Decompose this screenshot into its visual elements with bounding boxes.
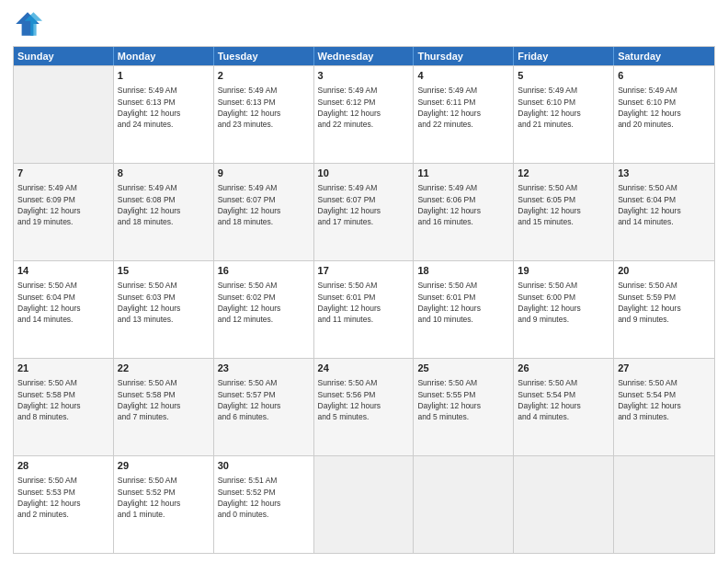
day-cell-10: 10Sunrise: 5:49 AM Sunset: 6:07 PM Dayli… xyxy=(314,164,415,260)
logo-icon xyxy=(13,9,42,39)
cell-info: Sunrise: 5:49 AM Sunset: 6:10 PM Dayligh… xyxy=(618,85,711,130)
cell-info: Sunrise: 5:50 AM Sunset: 6:03 PM Dayligh… xyxy=(118,280,210,325)
cell-info: Sunrise: 5:50 AM Sunset: 5:54 PM Dayligh… xyxy=(518,377,609,422)
cell-date-number: 1 xyxy=(118,69,210,83)
cell-date-number: 4 xyxy=(417,69,509,83)
cell-date-number: 30 xyxy=(218,459,310,473)
cell-info: Sunrise: 5:50 AM Sunset: 5:59 PM Dayligh… xyxy=(618,280,711,325)
day-cell-30: 30Sunrise: 5:51 AM Sunset: 5:52 PM Dayli… xyxy=(214,456,314,553)
cell-info: Sunrise: 5:50 AM Sunset: 6:01 PM Dayligh… xyxy=(417,280,509,325)
week-row-3: 14Sunrise: 5:50 AM Sunset: 6:04 PM Dayli… xyxy=(14,260,714,358)
cell-date-number: 14 xyxy=(17,264,109,278)
cell-date-number: 6 xyxy=(618,69,711,83)
cell-date-number: 10 xyxy=(318,167,410,180)
cell-info: Sunrise: 5:50 AM Sunset: 5:52 PM Dayligh… xyxy=(118,475,210,520)
cell-date-number: 18 xyxy=(417,264,509,278)
cell-info: Sunrise: 5:50 AM Sunset: 6:01 PM Dayligh… xyxy=(318,280,410,325)
cell-date-number: 12 xyxy=(518,167,609,180)
day-cell-empty xyxy=(414,456,514,553)
cell-date-number: 9 xyxy=(218,167,310,180)
cell-date-number: 26 xyxy=(518,362,609,375)
day-cell-3: 3Sunrise: 5:49 AM Sunset: 6:12 PM Daylig… xyxy=(314,66,415,163)
cell-info: Sunrise: 5:49 AM Sunset: 6:12 PM Dayligh… xyxy=(318,85,410,130)
cell-info: Sunrise: 5:49 AM Sunset: 6:08 PM Dayligh… xyxy=(118,182,210,227)
cell-info: Sunrise: 5:50 AM Sunset: 5:56 PM Dayligh… xyxy=(318,377,410,422)
cell-info: Sunrise: 5:51 AM Sunset: 5:52 PM Dayligh… xyxy=(218,475,310,520)
day-cell-empty xyxy=(514,456,614,553)
cell-info: Sunrise: 5:50 AM Sunset: 6:02 PM Dayligh… xyxy=(218,280,310,325)
cell-info: Sunrise: 5:50 AM Sunset: 5:57 PM Dayligh… xyxy=(218,377,310,422)
cell-date-number: 25 xyxy=(417,362,509,375)
calendar: SundayMondayTuesdayWednesdayThursdayFrid… xyxy=(13,46,715,554)
day-cell-empty xyxy=(314,456,415,553)
day-cell-27: 27Sunrise: 5:50 AM Sunset: 5:54 PM Dayli… xyxy=(614,359,714,455)
day-cell-18: 18Sunrise: 5:50 AM Sunset: 6:01 PM Dayli… xyxy=(414,261,514,358)
day-cell-7: 7Sunrise: 5:49 AM Sunset: 6:09 PM Daylig… xyxy=(14,164,114,260)
cell-date-number: 20 xyxy=(618,264,711,278)
header xyxy=(13,9,715,39)
cell-date-number: 15 xyxy=(118,264,210,278)
day-cell-26: 26Sunrise: 5:50 AM Sunset: 5:54 PM Dayli… xyxy=(514,359,614,455)
cell-info: Sunrise: 5:50 AM Sunset: 5:53 PM Dayligh… xyxy=(17,475,109,520)
header-day-sunday: Sunday xyxy=(14,47,114,65)
cell-date-number: 11 xyxy=(417,167,509,180)
day-cell-19: 19Sunrise: 5:50 AM Sunset: 6:00 PM Dayli… xyxy=(514,261,614,358)
cell-date-number: 23 xyxy=(218,362,310,375)
day-cell-14: 14Sunrise: 5:50 AM Sunset: 6:04 PM Dayli… xyxy=(14,261,114,358)
day-cell-23: 23Sunrise: 5:50 AM Sunset: 5:57 PM Dayli… xyxy=(214,359,314,455)
cell-info: Sunrise: 5:49 AM Sunset: 6:11 PM Dayligh… xyxy=(417,85,509,130)
day-cell-22: 22Sunrise: 5:50 AM Sunset: 5:58 PM Dayli… xyxy=(114,359,214,455)
day-cell-16: 16Sunrise: 5:50 AM Sunset: 6:02 PM Dayli… xyxy=(214,261,314,358)
day-cell-empty xyxy=(14,66,114,163)
day-cell-9: 9Sunrise: 5:49 AM Sunset: 6:07 PM Daylig… xyxy=(214,164,314,260)
cell-date-number: 16 xyxy=(218,264,310,278)
day-cell-20: 20Sunrise: 5:50 AM Sunset: 5:59 PM Dayli… xyxy=(614,261,714,358)
cell-date-number: 29 xyxy=(118,459,210,473)
calendar-header: SundayMondayTuesdayWednesdayThursdayFrid… xyxy=(14,47,714,65)
page: SundayMondayTuesdayWednesdayThursdayFrid… xyxy=(0,0,728,563)
cell-date-number: 13 xyxy=(618,167,711,180)
cell-info: Sunrise: 5:49 AM Sunset: 6:07 PM Dayligh… xyxy=(218,182,310,227)
cell-info: Sunrise: 5:50 AM Sunset: 5:54 PM Dayligh… xyxy=(618,377,711,422)
header-day-monday: Monday xyxy=(114,47,214,65)
cell-info: Sunrise: 5:50 AM Sunset: 5:58 PM Dayligh… xyxy=(118,377,210,422)
day-cell-2: 2Sunrise: 5:49 AM Sunset: 6:13 PM Daylig… xyxy=(214,66,314,163)
cell-date-number: 21 xyxy=(17,362,109,375)
day-cell-8: 8Sunrise: 5:49 AM Sunset: 6:08 PM Daylig… xyxy=(114,164,214,260)
cell-date-number: 8 xyxy=(118,167,210,180)
day-cell-15: 15Sunrise: 5:50 AM Sunset: 6:03 PM Dayli… xyxy=(114,261,214,358)
cell-date-number: 24 xyxy=(318,362,410,375)
day-cell-17: 17Sunrise: 5:50 AM Sunset: 6:01 PM Dayli… xyxy=(314,261,415,358)
header-day-tuesday: Tuesday xyxy=(214,47,314,65)
day-cell-25: 25Sunrise: 5:50 AM Sunset: 5:55 PM Dayli… xyxy=(414,359,514,455)
week-row-2: 7Sunrise: 5:49 AM Sunset: 6:09 PM Daylig… xyxy=(14,163,714,260)
cell-info: Sunrise: 5:49 AM Sunset: 6:10 PM Dayligh… xyxy=(518,85,609,130)
cell-date-number: 19 xyxy=(518,264,609,278)
day-cell-1: 1Sunrise: 5:49 AM Sunset: 6:13 PM Daylig… xyxy=(114,66,214,163)
day-cell-29: 29Sunrise: 5:50 AM Sunset: 5:52 PM Dayli… xyxy=(114,456,214,553)
cell-date-number: 27 xyxy=(618,362,711,375)
cell-info: Sunrise: 5:50 AM Sunset: 6:04 PM Dayligh… xyxy=(618,182,711,227)
cell-date-number: 5 xyxy=(518,69,609,83)
logo xyxy=(13,9,46,39)
cell-info: Sunrise: 5:50 AM Sunset: 6:00 PM Dayligh… xyxy=(518,280,609,325)
day-cell-13: 13Sunrise: 5:50 AM Sunset: 6:04 PM Dayli… xyxy=(614,164,714,260)
day-cell-4: 4Sunrise: 5:49 AM Sunset: 6:11 PM Daylig… xyxy=(414,66,514,163)
cell-info: Sunrise: 5:49 AM Sunset: 6:09 PM Dayligh… xyxy=(17,182,109,227)
day-cell-6: 6Sunrise: 5:49 AM Sunset: 6:10 PM Daylig… xyxy=(614,66,714,163)
cell-info: Sunrise: 5:49 AM Sunset: 6:13 PM Dayligh… xyxy=(218,85,310,130)
cell-date-number: 28 xyxy=(17,459,109,473)
cell-info: Sunrise: 5:50 AM Sunset: 6:05 PM Dayligh… xyxy=(518,182,609,227)
header-day-friday: Friday xyxy=(514,47,614,65)
cell-date-number: 2 xyxy=(218,69,310,83)
cell-date-number: 3 xyxy=(318,69,410,83)
day-cell-24: 24Sunrise: 5:50 AM Sunset: 5:56 PM Dayli… xyxy=(314,359,415,455)
cell-date-number: 17 xyxy=(318,264,410,278)
cell-info: Sunrise: 5:50 AM Sunset: 5:55 PM Dayligh… xyxy=(417,377,509,422)
week-row-5: 28Sunrise: 5:50 AM Sunset: 5:53 PM Dayli… xyxy=(14,455,714,553)
header-day-saturday: Saturday xyxy=(614,47,714,65)
cell-info: Sunrise: 5:49 AM Sunset: 6:06 PM Dayligh… xyxy=(417,182,509,227)
cell-info: Sunrise: 5:49 AM Sunset: 6:13 PM Dayligh… xyxy=(118,85,210,130)
day-cell-21: 21Sunrise: 5:50 AM Sunset: 5:58 PM Dayli… xyxy=(14,359,114,455)
week-row-4: 21Sunrise: 5:50 AM Sunset: 5:58 PM Dayli… xyxy=(14,358,714,455)
